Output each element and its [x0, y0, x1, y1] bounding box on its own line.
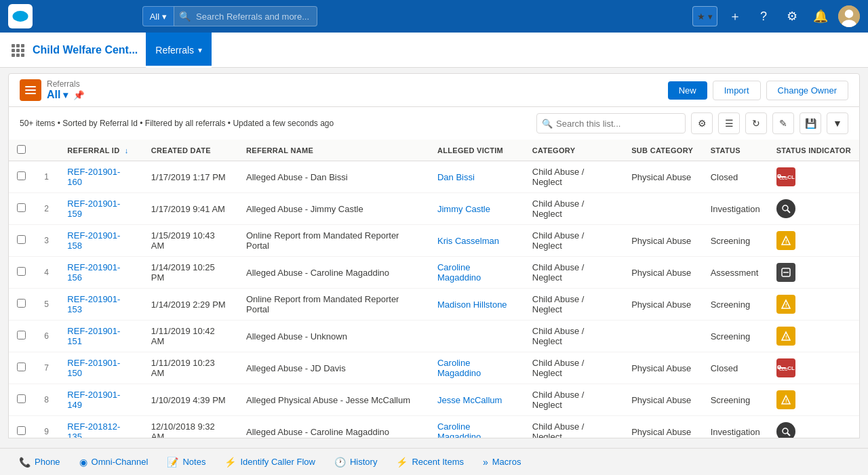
status-indicator-cell: !	[768, 225, 859, 257]
row-number: 3	[34, 225, 59, 257]
row-checkbox[interactable]	[17, 426, 26, 435]
victim-link[interactable]: Caroline Magaddino	[437, 421, 481, 438]
victim-link[interactable]: Jimmy Castle	[437, 204, 490, 214]
victim-link[interactable]: Caroline Magaddino	[437, 358, 481, 378]
help-button[interactable]: ?	[753, 5, 774, 27]
victim-link[interactable]: Kris Casselman	[437, 236, 499, 246]
status-indicator-cell: !	[768, 321, 859, 352]
row-checkbox[interactable]	[17, 267, 26, 276]
svg-rect-9	[21, 49, 24, 52]
category-cell: Child Abuse / Neglect	[524, 352, 623, 384]
status-cell: Investigation	[703, 416, 768, 439]
list-actions: New Import Change Owner	[668, 81, 848, 100]
row-checkbox-cell[interactable]	[9, 384, 34, 416]
col-sub-category[interactable]: SUB CATEGORY	[623, 140, 702, 161]
salesforce-logo[interactable]	[8, 4, 33, 28]
row-checkbox[interactable]	[17, 299, 26, 308]
new-button[interactable]: New	[668, 81, 707, 100]
referrals-tab[interactable]: Referrals ▾	[146, 33, 212, 68]
settings-icon-btn[interactable]: ⚙	[691, 112, 713, 134]
add-button[interactable]: ＋	[724, 5, 746, 27]
referral-id-link[interactable]: REF-201901-159	[67, 199, 120, 219]
notifications-button[interactable]: 🔔	[810, 5, 831, 27]
victim-link[interactable]: Caroline Magaddino	[437, 262, 481, 283]
row-checkbox-cell[interactable]	[9, 352, 34, 384]
row-checkbox[interactable]	[17, 203, 26, 212]
row-checkbox[interactable]	[17, 235, 26, 244]
import-button[interactable]: Import	[713, 81, 761, 100]
list-object-type: Referrals	[47, 79, 663, 89]
created-date-cell: 1/14/2019 10:25 PM	[143, 257, 238, 289]
status-screening-icon: !	[776, 390, 795, 409]
star-icon: ★	[697, 12, 705, 22]
referral-id-link[interactable]: REF-201901-153	[67, 294, 120, 314]
svg-rect-4	[12, 44, 15, 47]
col-referral-id[interactable]: REFERRAL ID ↓	[59, 140, 142, 161]
row-checkbox[interactable]	[17, 394, 26, 403]
row-checkbox-cell[interactable]	[9, 257, 34, 289]
referral-id-link[interactable]: REF-201901-149	[67, 390, 120, 410]
list-view-selector[interactable]: All ▾ 📌	[47, 89, 663, 101]
status-cell: Closed	[703, 352, 768, 384]
select-all-header[interactable]	[9, 140, 34, 161]
category-cell: Child Abuse / Neglect	[524, 161, 623, 193]
svg-line-35	[787, 433, 790, 436]
svg-text:CLOSED: CLOSED	[779, 367, 787, 371]
global-search-input[interactable]	[174, 6, 317, 26]
referral-name-cell: Alleged Abuse - Unknown	[238, 321, 429, 352]
victim-link[interactable]: Dan Bissi	[437, 172, 475, 182]
favorites-button[interactable]: ★ ▾	[692, 6, 717, 26]
pin-button[interactable]: 📌	[71, 90, 87, 100]
svg-rect-14	[25, 89, 36, 91]
referral-id-link[interactable]: REF-201901-158	[67, 230, 120, 251]
row-checkbox[interactable]	[17, 171, 26, 180]
refresh-button[interactable]: ↻	[745, 112, 767, 134]
row-checkbox-cell[interactable]	[9, 161, 34, 193]
save-button[interactable]: 💾	[800, 112, 821, 134]
victim-link[interactable]: Madison Hillstone	[437, 300, 507, 310]
row-checkbox-cell[interactable]	[9, 193, 34, 225]
settings-button[interactable]: ⚙	[781, 5, 803, 27]
referral-name-cell: Alleged Abuse - Caroline Magaddino	[238, 257, 429, 289]
change-owner-button[interactable]: Change Owner	[766, 81, 848, 100]
row-checkbox-cell[interactable]	[9, 289, 34, 321]
search-list-input[interactable]	[536, 113, 686, 133]
table-row: 9 REF-201812-135 12/10/2018 9:32 AM Alle…	[9, 416, 859, 439]
referral-id-link[interactable]: REF-201901-160	[67, 167, 120, 187]
col-status[interactable]: STATUS	[703, 140, 768, 161]
user-avatar[interactable]	[838, 5, 860, 27]
referral-id-link[interactable]: REF-201901-150	[67, 358, 120, 378]
row-number: 6	[34, 321, 59, 352]
col-referral-name[interactable]: REFERRAL NAME	[238, 140, 429, 161]
edit-button[interactable]: ✎	[772, 112, 794, 134]
select-all-checkbox[interactable]	[17, 145, 26, 154]
referral-id-link[interactable]: REF-201901-156	[67, 262, 120, 283]
search-scope-button[interactable]: All ▾	[142, 6, 174, 26]
row-checkbox[interactable]	[17, 331, 26, 339]
created-date-cell: 12/10/2018 9:32 AM	[143, 416, 238, 439]
list-view-toggle-btn[interactable]: ☰	[718, 112, 740, 134]
col-alleged-victim[interactable]: ALLEGED VICTIM	[429, 140, 524, 161]
category-cell: Child Abuse / Neglect	[524, 384, 623, 416]
row-checkbox[interactable]	[17, 363, 26, 371]
victim-link[interactable]: Jesse McCallum	[437, 395, 502, 405]
col-created-date[interactable]: CREATED DATE	[143, 140, 238, 161]
filter-button[interactable]: ▼	[827, 112, 848, 134]
referral-id-link[interactable]: REF-201901-151	[67, 326, 120, 346]
list-view-header: Referrals All ▾ 📌 New Import Change Owne…	[8, 73, 860, 107]
app-launcher-button[interactable]	[11, 43, 24, 57]
svg-point-19	[783, 205, 788, 211]
row-checkbox-cell[interactable]	[9, 321, 34, 352]
alleged-victim-cell	[429, 321, 524, 352]
sort-icon: ↓	[125, 146, 129, 154]
svg-rect-13	[25, 86, 36, 87]
row-checkbox-cell[interactable]	[9, 225, 34, 257]
status-cell: Investigation	[703, 193, 768, 225]
row-checkbox-cell[interactable]	[9, 416, 34, 439]
status-assessment-icon	[776, 263, 795, 282]
col-category[interactable]: CATEGORY	[524, 140, 623, 161]
referral-id-link[interactable]: REF-201812-135	[67, 421, 120, 438]
referrals-table: REFERRAL ID ↓ CREATED DATE REFERRAL NAME…	[9, 140, 859, 438]
top-nav-actions: ★ ▾ ＋ ? ⚙ 🔔	[692, 5, 860, 27]
sub-category-cell: Physical Abuse	[623, 257, 702, 289]
